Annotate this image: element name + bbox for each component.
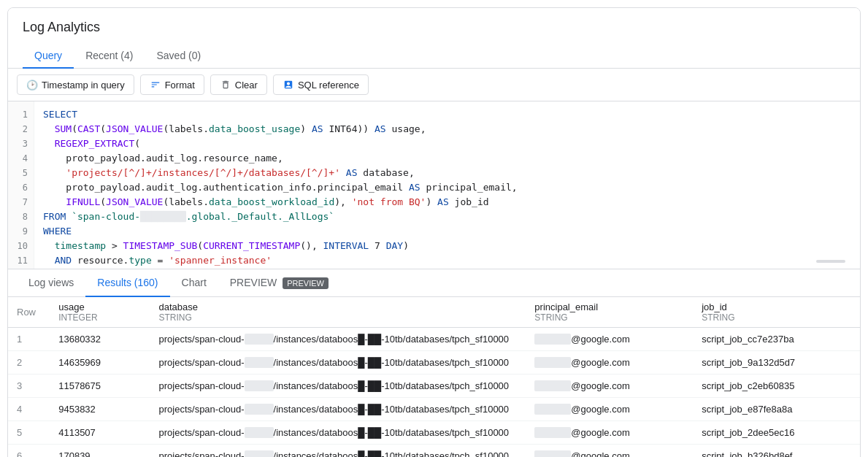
table-header-row: Row usageINTEGER databaseSTRING principa…: [8, 297, 860, 328]
table-row: 113680332projects/span-cloud- /instances…: [8, 328, 860, 351]
results-section: Log views Results (160) Chart PREVIEW PR…: [8, 269, 860, 457]
line-num-12: 12: [8, 268, 34, 269]
code-line-3: REGEXP_EXTRACT(: [43, 137, 851, 151]
preview-badge: PREVIEW: [283, 277, 329, 289]
cell-jobid: script_job_2dee5ec16: [693, 421, 860, 445]
sql-reference-button[interactable]: SQL reference: [273, 74, 369, 95]
cell-row-num: 2: [8, 351, 50, 375]
results-tbody: 113680332projects/span-cloud- /instances…: [8, 328, 860, 458]
cell-email: @google.com: [526, 351, 693, 375]
code-line-2: SUM(CAST(JSON_VALUE(labels.data_boost_us…: [43, 122, 851, 137]
tab-results[interactable]: Results (160): [85, 269, 169, 297]
app-header: Log Analytics Query Recent (4) Saved (0): [8, 8, 860, 69]
cell-database: projects/span-cloud- /instances/databoos…: [150, 351, 526, 375]
col-header-usage: usageINTEGER: [50, 297, 150, 328]
cell-row-num: 5: [8, 421, 50, 445]
col-header-jobid: job_idSTRING: [693, 297, 860, 328]
table-row: 311578675projects/span-cloud- /instances…: [8, 375, 860, 398]
tab-query[interactable]: Query: [23, 44, 74, 69]
tab-saved[interactable]: Saved (0): [145, 44, 212, 69]
results-table-wrapper: Row usageINTEGER databaseSTRING principa…: [8, 297, 860, 457]
tab-chart[interactable]: Chart: [170, 269, 218, 297]
cell-jobid: script_job_cc7e237ba: [693, 328, 860, 351]
cell-jobid: script_job_c2eb60835: [693, 375, 860, 398]
col-header-row: Row: [8, 297, 50, 328]
cell-row-num: 3: [8, 375, 50, 398]
preview-label: PREVIEW: [230, 277, 277, 288]
cell-jobid: script_job_e87fe8a8a: [693, 398, 860, 421]
trash-icon: [220, 79, 231, 91]
clear-button[interactable]: Clear: [210, 74, 267, 95]
line-num-3: 3: [8, 137, 34, 151]
cell-jobid: script_job_b326bd8ef: [693, 445, 860, 458]
timestamp-button-label: Timestamp in query: [42, 80, 125, 91]
cell-database: projects/span-cloud- /instances/databoos…: [150, 375, 526, 398]
clock-icon: 🕑: [26, 79, 38, 91]
col-header-email: principal_emailSTRING: [526, 297, 693, 328]
cell-usage: 4113507: [50, 421, 150, 445]
table-row: 49453832projects/span-cloud- /instances/…: [8, 398, 860, 421]
code-line-7: IFNULL(JSON_VALUE(labels.data_boost_work…: [43, 195, 851, 210]
query-toolbar: 🕑 Timestamp in query Format Clear SQL re…: [8, 69, 860, 101]
code-line-8: FROM `span-cloud-████████.global._Defaul…: [43, 210, 851, 224]
line-num-6: 6: [8, 180, 34, 195]
table-row: 214635969projects/span-cloud- /instances…: [8, 351, 860, 375]
format-icon: [150, 79, 161, 91]
cell-usage: 170839: [50, 445, 150, 458]
sql-icon: [283, 79, 294, 91]
line-num-9: 9: [8, 224, 34, 239]
cell-email: @google.com: [526, 375, 693, 398]
code-line-6: proto_payload.audit_log.authentication_i…: [43, 180, 851, 195]
results-tabs: Log views Results (160) Chart PREVIEW PR…: [8, 269, 860, 297]
cell-email: @google.com: [526, 445, 693, 458]
line-num-5: 5: [8, 166, 34, 180]
tab-preview[interactable]: PREVIEW PREVIEW: [218, 269, 340, 297]
line-num-2: 2: [8, 122, 34, 137]
line-num-4: 4: [8, 151, 34, 166]
cell-database: projects/span-cloud- /instances/databoos…: [150, 328, 526, 351]
cell-usage: 14635969: [50, 351, 150, 375]
cell-database: projects/span-cloud- /instances/databoos…: [150, 398, 526, 421]
line-num-10: 10: [8, 239, 34, 253]
line-numbers: 1 2 3 4 5 6 7 8 9 10 11 12 13: [8, 101, 34, 269]
cell-database: projects/span-cloud- /instances/databoos…: [150, 421, 526, 445]
code-line-4: proto_payload.audit_log.resource_name,: [43, 151, 851, 166]
cell-usage: 11578675: [50, 375, 150, 398]
sql-reference-button-label: SQL reference: [298, 80, 359, 91]
format-button[interactable]: Format: [140, 74, 204, 95]
app-title: Log Analytics: [23, 20, 845, 35]
timestamp-button[interactable]: 🕑 Timestamp in query: [17, 74, 134, 95]
query-lines: 1 2 3 4 5 6 7 8 9 10 11 12 13 SELECT SUM…: [8, 101, 860, 269]
cell-email: @google.com: [526, 421, 693, 445]
code-content: SELECT SUM(CAST(JSON_VALUE(labels.data_b…: [34, 101, 860, 269]
table-row: 54113507projects/span-cloud- /instances/…: [8, 421, 860, 445]
cell-row-num: 1: [8, 328, 50, 351]
tab-recent[interactable]: Recent (4): [74, 44, 145, 69]
col-header-database: databaseSTRING: [150, 297, 526, 328]
cell-usage: 9453832: [50, 398, 150, 421]
line-num-11: 11: [8, 253, 34, 268]
cell-email: @google.com: [526, 398, 693, 421]
line-num-1: 1: [8, 107, 34, 122]
cell-row-num: 6: [8, 445, 50, 458]
tab-log-views[interactable]: Log views: [17, 269, 85, 297]
table-row: 6170839projects/span-cloud- /instances/d…: [8, 445, 860, 458]
clear-button-label: Clear: [235, 80, 258, 91]
code-line-1: SELECT: [43, 107, 851, 122]
query-editor[interactable]: 1 2 3 4 5 6 7 8 9 10 11 12 13 SELECT SUM…: [8, 101, 860, 269]
cell-email: @google.com: [526, 328, 693, 351]
scrollbar: [816, 260, 845, 263]
code-line-10: timestamp > TIMESTAMP_SUB(CURRENT_TIMEST…: [43, 239, 851, 253]
code-line-12: AND JSON_VALUE(labels.data_boost_usage) …: [43, 268, 851, 269]
code-line-11: AND resource.type = 'spanner_instance': [43, 253, 851, 268]
app-container: Log Analytics Query Recent (4) Saved (0)…: [7, 7, 861, 457]
line-num-7: 7: [8, 195, 34, 210]
code-line-5: 'projects/[^/]+/instances/[^/]+/database…: [43, 166, 851, 180]
code-line-9: WHERE: [43, 224, 851, 239]
main-tabs: Query Recent (4) Saved (0): [23, 44, 845, 68]
cell-row-num: 4: [8, 398, 50, 421]
results-table: Row usageINTEGER databaseSTRING principa…: [8, 297, 860, 457]
format-button-label: Format: [165, 80, 195, 91]
cell-usage: 13680332: [50, 328, 150, 351]
line-num-8: 8: [8, 210, 34, 224]
